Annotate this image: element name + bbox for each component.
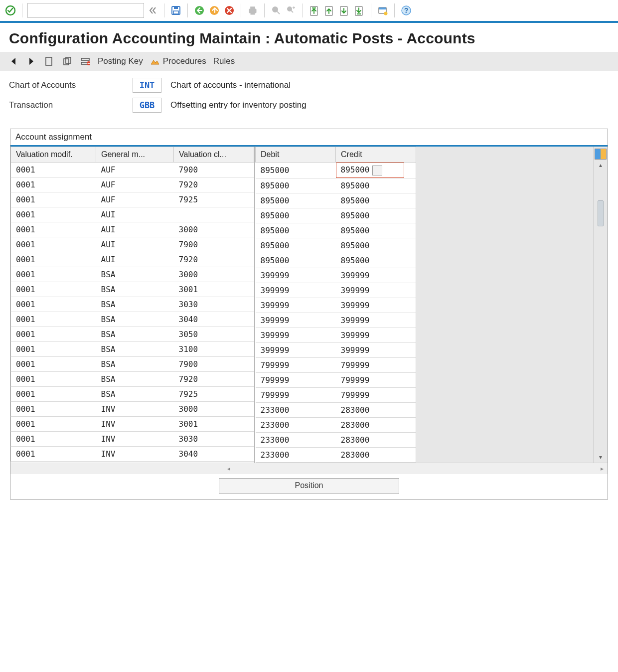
table-row[interactable]: 895000895000 [256,238,416,253]
command-field[interactable] [27,3,144,18]
table-row[interactable]: 399999399999 [256,268,416,283]
prev-entry-icon[interactable] [8,56,19,67]
cell-vc[interactable]: 3001 [174,282,254,297]
table-row[interactable]: 0001AUF7900 [11,163,254,177]
cell-db[interactable]: 399999 [256,268,336,283]
col-debit[interactable]: Debit [256,147,336,163]
col-valuation-class[interactable]: Valuation cl... [174,147,254,163]
cell-db[interactable]: 799999 [256,387,336,402]
table-row[interactable]: 399999399999 [256,283,416,298]
cell-cr[interactable]: 283000 [336,432,416,447]
table-row[interactable]: 0001INV3040 [11,447,254,462]
cell-vm[interactable]: 0001 [11,192,96,207]
procedures-button[interactable]: Procedures [150,56,206,66]
cell-cr[interactable]: 799999 [336,372,416,387]
table-row[interactable]: 0001BSA3040 [11,312,254,327]
cell-gm[interactable]: AUF [96,192,174,207]
cell-gm[interactable]: AUF [96,177,174,192]
first-page-icon[interactable] [308,4,321,17]
cell-gm[interactable]: BSA [96,342,174,357]
cell-vm[interactable]: 0001 [11,402,96,417]
table-row[interactable]: 233000283000 [256,432,416,447]
scroll-left-icon[interactable]: ◂ [223,465,234,472]
table-row[interactable]: 0001BSA7920 [11,372,254,387]
cell-vc[interactable]: 7925 [174,192,254,207]
cell-vm[interactable]: 0001 [11,237,96,252]
prev-page-icon[interactable] [323,4,336,17]
cell-cr[interactable]: 399999 [336,268,416,283]
table-row[interactable]: 0001AUI3000 [11,222,254,237]
cell-db[interactable]: 399999 [256,328,336,342]
horizontal-scrollbar[interactable]: ◂ ▸ [10,463,608,474]
cell-vm[interactable]: 0001 [11,357,96,372]
cell-vm[interactable]: 0001 [11,177,96,192]
cell-vc[interactable]: 7925 [174,387,254,402]
cancel-icon[interactable] [223,4,236,17]
cell-db[interactable]: 895000 [256,208,336,223]
cell-vc[interactable]: 3050 [174,327,254,342]
cell-vc[interactable]: 3030 [174,297,254,312]
cell-vm[interactable]: 0001 [11,222,96,237]
cell-cr[interactable]: 399999 [336,328,416,342]
scroll-up-icon[interactable]: ▴ [599,160,602,170]
cell-db[interactable]: 399999 [256,342,336,357]
cell-vm[interactable]: 0001 [11,387,96,402]
cell-vm[interactable]: 0001 [11,372,96,387]
cell-gm[interactable]: INV [96,447,174,462]
cell-vm[interactable]: 0001 [11,267,96,282]
cell-vc[interactable]: 3001 [174,417,254,432]
table-row[interactable]: 399999399999 [256,328,416,342]
cell-vc[interactable]: 7920 [174,177,254,192]
copy-icon[interactable] [62,56,73,67]
cell-cr[interactable]: 895000 [336,193,416,208]
last-page-icon[interactable] [353,4,366,17]
cell-vc[interactable]: 3030 [174,432,254,447]
cell-vm[interactable]: 0001 [11,207,96,222]
cell-cr[interactable]: 399999 [336,298,416,313]
table-row[interactable]: 799999799999 [256,357,416,372]
cell-vm[interactable]: 0001 [11,163,96,177]
cell-gm[interactable]: AUI [96,252,174,267]
cell-vm[interactable]: 0001 [11,297,96,312]
cell-vc[interactable]: 7900 [174,237,254,252]
cell-db[interactable]: 895000 [256,163,336,178]
cell-cr[interactable]: 799999 [336,387,416,402]
cell-db[interactable]: 895000 [256,238,336,253]
cell-vc[interactable]: 3040 [174,312,254,327]
cell-vm[interactable]: 0001 [11,342,96,357]
cell-gm[interactable]: BSA [96,372,174,387]
cell-gm[interactable]: INV [96,432,174,447]
col-credit[interactable]: Credit [336,147,416,163]
cell-vc[interactable]: 3000 [174,402,254,417]
cell-vm[interactable]: 0001 [11,252,96,267]
cell-gm[interactable]: AUI [96,237,174,252]
cell-vm[interactable]: 0001 [11,417,96,432]
cell-db[interactable]: 233000 [256,432,336,447]
table-row[interactable]: 799999799999 [256,372,416,387]
rules-button[interactable]: Rules [213,56,235,66]
cell-cr[interactable]: 399999 [336,283,416,298]
table-row[interactable]: 895000895000 [256,208,416,223]
cell-cr[interactable]: 895000 [336,163,416,178]
table-row[interactable]: 0001BSA3050 [11,327,254,342]
table-row[interactable]: 0001AUF7925 [11,192,254,207]
table-row[interactable]: 0001BSA3030 [11,297,254,312]
table-row[interactable]: 233000283000 [256,447,416,462]
cell-gm[interactable]: AUF [96,163,174,177]
cell-db[interactable]: 895000 [256,193,336,208]
cell-db[interactable]: 399999 [256,283,336,298]
table-row[interactable]: 0001INV3001 [11,417,254,432]
table-row[interactable]: 895000895000 [256,193,416,208]
position-button[interactable]: Position [219,478,399,494]
cell-vc[interactable]: 7920 [174,252,254,267]
cell-vc[interactable]: 3040 [174,447,254,462]
cell-vc[interactable]: 3000 [174,222,254,237]
cell-cr[interactable]: 399999 [336,342,416,357]
cell-cr[interactable]: 283000 [336,417,416,432]
cell-vm[interactable]: 0001 [11,327,96,342]
cell-gm[interactable]: BSA [96,267,174,282]
cell-gm[interactable]: INV [96,417,174,432]
new-session-icon[interactable] [376,4,389,17]
table-row[interactable]: 895000895000 [256,253,416,268]
table-row[interactable]: 399999399999 [256,298,416,313]
